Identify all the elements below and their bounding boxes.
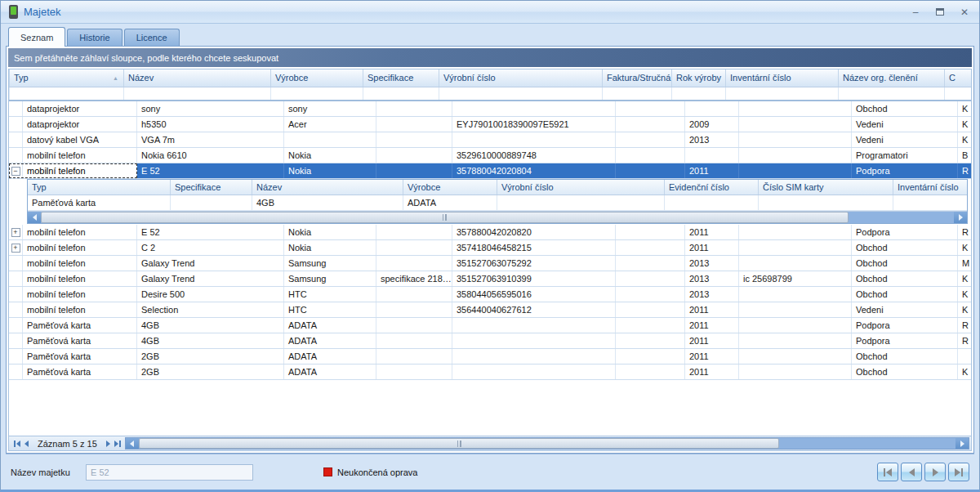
table-row[interactable]: mobilní telefonSelectionHTC3564400406276…	[9, 302, 971, 318]
table-row[interactable]: Paměťová karta2GBADATA2011Obchod	[9, 349, 971, 365]
table-row[interactable]: dataprojektorsonysonyObchodK	[9, 101, 971, 117]
expand-row-icon[interactable]: +	[11, 244, 20, 253]
table-row[interactable]: datový kabel VGAVGA 7m2013VedeniK	[9, 132, 971, 148]
detail-scrollbar-track[interactable]	[849, 212, 954, 223]
collapse-row-icon[interactable]: −	[11, 167, 20, 176]
detail-scroll-right-icon[interactable]	[954, 212, 967, 223]
table-row[interactable]: mobilní telefonNokia 6610Nokia3529610000…	[9, 148, 971, 163]
column-header-faktura[interactable]: Faktura/Stručná	[603, 69, 672, 87]
cell-org: Podpora	[852, 333, 958, 348]
filter-cell-vyrobce[interactable]	[271, 87, 363, 100]
row-indicator	[9, 365, 23, 379]
maximize-icon[interactable]	[933, 7, 947, 18]
column-header-c[interactable]: C	[945, 69, 971, 87]
table-row[interactable]: mobilní telefonGalaxy TrendSamsung351527…	[9, 256, 971, 271]
table-row[interactable]: Paměťová karta4GBADATA2011PodporaR	[9, 333, 971, 349]
nav-next-button[interactable]	[924, 463, 946, 481]
detail-column-header-inventarni[interactable]: Inventární číslo	[893, 180, 971, 195]
column-header-inventarni[interactable]: Inventární číslo	[726, 69, 839, 87]
nav-first-button[interactable]	[877, 463, 898, 481]
detail-column-header-vyrobce[interactable]: Výrobce	[403, 180, 497, 195]
scrollbar-track[interactable]	[779, 438, 956, 449]
neukoncena-oprava-checkbox[interactable]	[323, 467, 332, 476]
column-header-org[interactable]: Název org. členění	[839, 69, 945, 87]
column-header-typ[interactable]: Typ▲	[10, 69, 124, 87]
detail-column-header-vyrobni_cislo[interactable]: Výrobní číslo	[497, 180, 665, 195]
cell-vyrobce: ADATA	[284, 349, 376, 364]
detail-column-header-sim[interactable]: Číslo SIM karty	[759, 180, 893, 195]
cell-c: K	[958, 240, 971, 255]
detail-column-header-nazev[interactable]: Název	[252, 180, 403, 195]
cell-specifikace	[376, 349, 452, 364]
cell-faktura	[616, 287, 685, 302]
filter-cell-specifikace[interactable]	[363, 87, 439, 100]
table-row[interactable]: +mobilní telefonC 2Nokia3574180464582152…	[9, 240, 971, 256]
filter-cell-c[interactable]	[945, 87, 971, 100]
filter-cell-nazev[interactable]	[124, 87, 271, 100]
cell-c: K	[958, 117, 971, 132]
table-row[interactable]: dataprojektorh5350AcerEYJ79010018390097E…	[9, 117, 971, 132]
cell-vyrobni_cislo: 356440040627612	[452, 302, 616, 317]
expand-row-icon[interactable]: +	[11, 228, 20, 237]
horizontal-scrollbar[interactable]	[125, 437, 969, 450]
column-header-rok[interactable]: Rok výroby	[672, 69, 726, 87]
detail-scroll-left-icon[interactable]	[28, 212, 41, 223]
tab-licence[interactable]: Licence	[124, 29, 180, 46]
cell-specifikace	[376, 365, 452, 379]
table-row[interactable]: mobilní telefonDesire 500HTC358044056595…	[9, 287, 971, 302]
row-indicator	[9, 349, 23, 364]
close-icon[interactable]: ✕	[958, 7, 971, 18]
record-last-button[interactable]	[114, 441, 121, 447]
filter-cell-inventarni[interactable]	[726, 87, 839, 100]
name-field[interactable]	[86, 464, 253, 481]
detail-column-header-evidencni[interactable]: Evidenční číslo	[665, 180, 759, 195]
group-by-panel[interactable]: Sem přetáhněte záhlaví sloupce, podle kt…	[8, 48, 972, 67]
cell-c: R	[958, 225, 971, 239]
column-header-vyrobce[interactable]: Výrobce	[271, 69, 363, 87]
cell-vyrobce: ADATA	[284, 318, 376, 333]
filter-cell-rok[interactable]	[672, 87, 726, 100]
cell-faktura	[616, 101, 685, 116]
detail-table-row[interactable]: Paměťová karta4GBADATA	[28, 195, 967, 211]
cell-vyrobni_cislo: 357418046458215	[452, 240, 616, 255]
cell-specifikace	[376, 163, 452, 178]
cell-inventarni	[739, 117, 852, 132]
detail-grid: TypSpecifikaceNázevVýrobceVýrobní čísloE…	[27, 179, 968, 224]
tab-historie[interactable]: Historie	[67, 29, 122, 46]
tab-seznam[interactable]: Seznam	[8, 27, 65, 47]
detail-horizontal-scrollbar[interactable]	[28, 211, 967, 223]
table-row[interactable]: Paměťová karta2GBADATA2011ObchodK	[9, 365, 971, 380]
column-header-vyrobni_cislo[interactable]: Výrobní číslo	[439, 69, 603, 87]
table-row[interactable]: mobilní telefonGalaxy TrendSamsungspecif…	[9, 271, 971, 287]
record-prev-button[interactable]	[24, 441, 29, 447]
table-row[interactable]: +mobilní telefonE 52Nokia357880042020820…	[9, 225, 971, 240]
grid-filter-row[interactable]	[9, 87, 971, 101]
nav-last-button[interactable]	[948, 463, 969, 481]
title-bar: Majetek – ✕	[1, 1, 979, 24]
filter-cell-org[interactable]	[839, 87, 945, 100]
scroll-right-icon[interactable]	[956, 438, 969, 449]
table-row[interactable]: −mobilní telefonE 52Nokia357880042020804…	[9, 163, 971, 179]
record-first-button[interactable]	[14, 441, 20, 447]
cell-org: Obchod	[852, 256, 958, 271]
column-header-nazev[interactable]: Název	[124, 69, 271, 87]
row-indicator	[9, 318, 23, 333]
detail-column-header-specifikace[interactable]: Specifikace	[171, 180, 252, 195]
minimize-icon[interactable]: –	[909, 7, 922, 18]
column-header-specifikace[interactable]: Specifikace	[363, 69, 439, 87]
detail-column-header-typ[interactable]: Typ	[28, 180, 171, 195]
filter-cell-vyrobni_cislo[interactable]	[439, 87, 603, 100]
scroll-left-icon[interactable]	[126, 438, 139, 449]
table-row[interactable]: Paměťová karta4GBADATA2011PodporaR	[9, 318, 971, 333]
cell-typ: mobilní telefon	[23, 163, 137, 178]
cell-faktura	[616, 256, 685, 271]
record-next-button[interactable]	[106, 441, 110, 447]
scrollbar-thumb[interactable]	[139, 438, 779, 449]
filter-cell-faktura[interactable]	[603, 87, 672, 100]
cell-nazev: h5350	[137, 117, 284, 132]
filter-cell-typ[interactable]	[10, 87, 124, 100]
cell-vyrobni_cislo: 3529610000889748	[452, 148, 616, 163]
cell-nazev: E 52	[137, 225, 284, 239]
nav-prev-button[interactable]	[901, 463, 922, 481]
detail-scrollbar-thumb[interactable]	[41, 212, 849, 223]
